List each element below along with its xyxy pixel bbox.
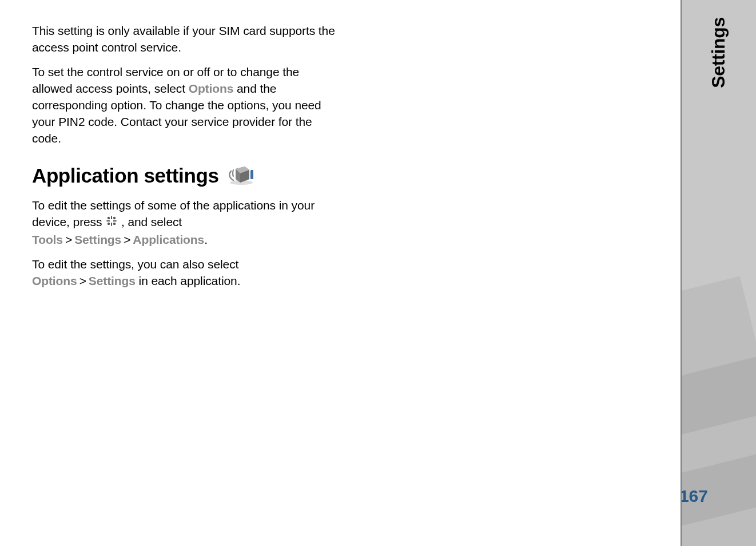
menu-label-tools: Tools <box>32 233 63 246</box>
heading-row: Application settings <box>32 162 335 189</box>
menu-label-options: Options <box>32 274 77 287</box>
application-settings-icon <box>224 162 256 189</box>
menu-label-settings: Settings <box>89 274 136 287</box>
section-tab-label: Settings <box>708 17 729 88</box>
svg-rect-1 <box>250 170 253 179</box>
breadcrumb-separator: > <box>63 233 74 246</box>
menu-key-icon <box>105 216 118 230</box>
page-number: 167 <box>682 486 708 506</box>
breadcrumb-separator: > <box>121 233 133 246</box>
text: To edit the settings, you can also selec… <box>32 258 238 271</box>
svg-point-4 <box>108 223 110 225</box>
menu-label-settings: Settings <box>74 233 121 246</box>
text: , and select <box>118 215 182 228</box>
svg-point-5 <box>113 223 116 225</box>
text: in each application. <box>136 274 241 287</box>
paragraph-sim-note: This setting is only available if your S… <box>32 23 335 56</box>
menu-label-options: Options <box>189 82 234 95</box>
page-content: This setting is only available if your S… <box>0 0 682 546</box>
breadcrumb-separator: > <box>77 274 89 287</box>
text: This setting is only available if your S… <box>32 24 335 54</box>
paragraph-alternative-edit: To edit the settings, you can also selec… <box>32 256 335 290</box>
svg-point-2 <box>108 217 110 219</box>
text: . <box>204 233 208 246</box>
paragraph-control-service: To set the control service on or off or … <box>32 64 335 147</box>
paragraph-edit-settings: To edit the settings of some of the appl… <box>32 197 335 248</box>
text-column: This setting is only available if your S… <box>32 23 335 290</box>
svg-point-3 <box>113 217 116 219</box>
menu-label-applications: Applications <box>133 233 204 246</box>
heading-application-settings: Application settings <box>32 164 218 187</box>
side-tab: Settings 167 <box>682 0 756 546</box>
